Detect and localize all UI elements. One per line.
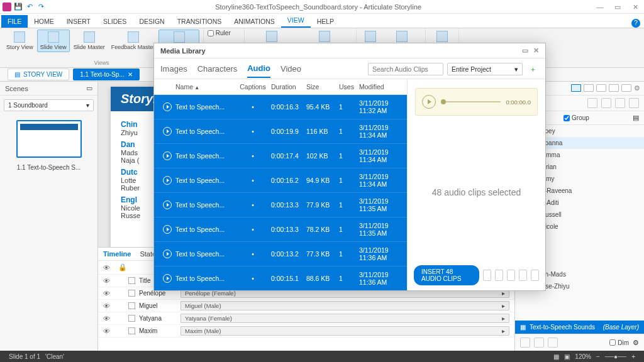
row-eye-icon[interactable]: 👁: [103, 302, 112, 310]
lock-icon[interactable]: 🔒: [118, 263, 127, 272]
tab-help[interactable]: HELP: [311, 15, 340, 28]
col-uses[interactable]: Uses: [336, 83, 357, 90]
media-row[interactable]: Text to Speech...•0:00:17.4102 KB13/11/2…: [154, 144, 407, 168]
close-button[interactable]: ✕: [626, 0, 644, 14]
timeline-clip[interactable]: Yatyana (Female)▸: [180, 314, 509, 323]
play-icon[interactable]: [163, 102, 172, 111]
gear-icon[interactable]: ⚙: [634, 84, 640, 92]
dim-checkbox[interactable]: Dim: [609, 339, 629, 346]
tab-home[interactable]: HOME: [28, 15, 60, 28]
maximize-button[interactable]: ▭: [609, 0, 626, 14]
ws-tab-storyview[interactable]: ▤STORY VIEW: [8, 69, 69, 80]
tab-slides[interactable]: SLIDES: [97, 15, 133, 28]
media-row[interactable]: Text to Speech...•0:00:13.277.3 KB13/11/…: [154, 242, 407, 266]
tab-design[interactable]: DESIGN: [133, 15, 170, 28]
play-icon[interactable]: [422, 95, 436, 109]
tab-characters[interactable]: Characters: [197, 64, 238, 77]
scope-selector[interactable]: Entire Project▾: [447, 63, 523, 75]
col-name[interactable]: Name: [173, 83, 237, 90]
eye-icon[interactable]: 👁: [103, 264, 112, 272]
undo-icon[interactable]: ↶: [25, 3, 34, 11]
play-icon[interactable]: [163, 274, 172, 283]
feedback-master-button[interactable]: Feedback Master: [109, 30, 158, 52]
row-eye-icon[interactable]: 👁: [103, 327, 112, 335]
view-fit-icon[interactable]: ▣: [562, 353, 572, 360]
row-eye-icon[interactable]: 👁: [103, 277, 112, 285]
story-view-button[interactable]: Story View: [4, 30, 36, 52]
tab-view[interactable]: VIEW: [281, 14, 311, 28]
tab-timeline[interactable]: Timeline: [103, 250, 131, 258]
tab-animations[interactable]: ANIMATIONS: [228, 15, 281, 28]
media-row[interactable]: Text to Speech...•0:00:15.188.6 KB13/11/…: [154, 266, 407, 290]
export-icon[interactable]: [519, 270, 527, 281]
dialog-max-icon[interactable]: ▭: [522, 47, 528, 55]
zoom-out-icon[interactable]: −: [594, 353, 602, 360]
play-icon[interactable]: [163, 127, 172, 136]
device-phone-icon[interactable]: [596, 84, 606, 92]
timeline-clip[interactable]: Miguel (Male)▸: [180, 301, 509, 310]
row-checkbox[interactable]: [128, 327, 135, 334]
col-size[interactable]: Size: [304, 83, 336, 90]
ws-tab-slide[interactable]: 1.1 Text-to-Sp...✕: [73, 69, 139, 80]
media-row[interactable]: Text to Speech...•0:00:13.378.2 KB13/11/…: [154, 217, 407, 242]
slide-view-button[interactable]: Slide View: [37, 30, 70, 52]
duplicate-icon[interactable]: [615, 98, 625, 108]
search-input[interactable]: [368, 63, 443, 75]
media-row[interactable]: Text to Speech...•0:00:16.294.9 KB13/11/…: [154, 168, 407, 193]
del-layer-icon[interactable]: [548, 337, 558, 348]
slide-thumbnail[interactable]: [16, 120, 82, 158]
show-use-icon[interactable]: [483, 270, 491, 281]
scene-selector[interactable]: 1 Soundboard▾: [4, 99, 94, 111]
media-row[interactable]: Text to Speech...•0:00:19.9116 KB13/11/2…: [154, 119, 407, 144]
play-icon[interactable]: [163, 225, 172, 234]
device-tablet-icon[interactable]: [584, 84, 594, 92]
zoom-in-icon[interactable]: +: [629, 353, 638, 360]
ruler-checkbox[interactable]: Ruler: [208, 30, 240, 36]
close-icon[interactable]: ✕: [128, 71, 133, 78]
save-icon[interactable]: 💾: [14, 3, 23, 11]
collapse-icon[interactable]: ▭: [86, 84, 92, 92]
col-modified[interactable]: Modified: [357, 83, 401, 90]
base-layer-row[interactable]: ▦ Text-to-Speech Sounds (Base Layer): [515, 321, 644, 334]
play-icon[interactable]: [163, 200, 172, 209]
timeline-row[interactable]: 👁YatyanaYatyana (Female)▸: [98, 312, 514, 325]
tab-file[interactable]: FILE: [1, 15, 28, 28]
row-checkbox[interactable]: [128, 315, 135, 322]
device-phone-l-icon[interactable]: [609, 84, 619, 92]
help-icon[interactable]: ?: [631, 19, 640, 28]
tab-audio[interactable]: Audio: [247, 63, 270, 78]
group-checkbox[interactable]: Group: [564, 114, 589, 121]
seek-slider[interactable]: [441, 101, 501, 102]
gear-icon[interactable]: ⚙: [633, 339, 639, 347]
add-media-icon[interactable]: ＋: [526, 62, 539, 76]
redo-icon[interactable]: ↷: [36, 3, 45, 11]
dup-layer-icon[interactable]: [534, 337, 544, 348]
timeline-clip[interactable]: Maxim (Male)▸: [180, 326, 509, 336]
tab-video[interactable]: Video: [280, 64, 301, 77]
device-desktop-icon[interactable]: [571, 84, 581, 92]
new-layer-icon[interactable]: [520, 337, 530, 348]
replace-icon[interactable]: [507, 270, 515, 281]
tab-images[interactable]: Images: [160, 64, 187, 77]
view-normal-icon[interactable]: ▦: [551, 353, 562, 360]
col-duration[interactable]: Duration: [269, 83, 304, 90]
timeline-row[interactable]: 👁MiguelMiguel (Male)▸: [98, 300, 514, 312]
zoom-slider[interactable]: ──●──: [602, 353, 629, 360]
tab-transitions[interactable]: TRANSITIONS: [171, 15, 228, 28]
row-eye-icon[interactable]: 👁: [103, 290, 112, 297]
slide-master-button[interactable]: Slide Master: [71, 30, 108, 52]
timeline-row[interactable]: 👁MaximMaxim (Male)▸: [98, 325, 514, 337]
play-icon[interactable]: [163, 176, 172, 185]
delete-icon[interactable]: [531, 270, 539, 281]
row-checkbox[interactable]: [128, 277, 135, 284]
dialog-close-icon[interactable]: ✕: [533, 47, 539, 55]
copy-icon[interactable]: [601, 98, 611, 108]
layers-icon[interactable]: ▤: [633, 114, 639, 122]
trash-icon[interactable]: [629, 98, 639, 108]
device-tablet-l-icon[interactable]: [621, 84, 631, 92]
media-row[interactable]: Text to Speech...•0:00:13.377.9 KB13/11/…: [154, 193, 407, 217]
play-icon[interactable]: [163, 250, 172, 258]
play-icon[interactable]: [163, 151, 172, 160]
minimize-button[interactable]: —: [591, 0, 609, 14]
arrange-icon[interactable]: [587, 98, 597, 108]
